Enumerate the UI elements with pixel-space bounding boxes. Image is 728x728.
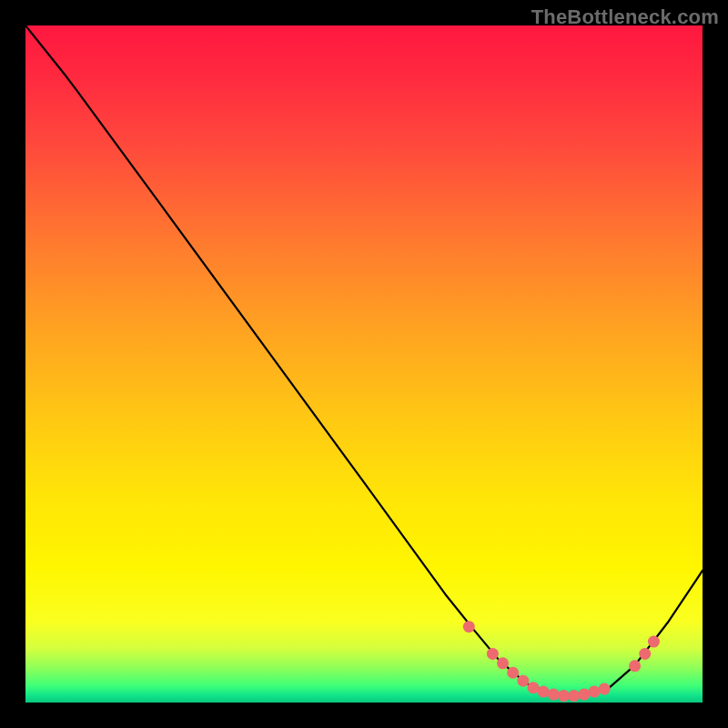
chart-plot-area — [25, 25, 703, 703]
chart-marker — [507, 667, 519, 679]
chart-marker — [558, 690, 570, 702]
chart-marker — [538, 686, 550, 698]
chart-marker — [568, 690, 580, 702]
watermark-label: TheBottleneck.com — [531, 5, 719, 29]
chart-stage: TheBottleneck.com — [0, 0, 728, 728]
chart-marker — [517, 675, 529, 687]
chart-curve — [25, 25, 703, 696]
chart-marker — [639, 648, 651, 660]
chart-marker — [629, 660, 641, 672]
chart-marker — [588, 686, 600, 698]
chart-marker — [487, 648, 499, 660]
chart-marker — [497, 657, 509, 669]
chart-marker — [528, 682, 540, 693]
chart-marker — [463, 621, 475, 632]
chart-markers — [463, 621, 660, 702]
chart-marker — [578, 689, 590, 701]
chart-marker — [599, 683, 611, 695]
chart-marker — [548, 689, 560, 701]
chart-svg — [25, 25, 703, 703]
chart-marker — [648, 636, 660, 648]
